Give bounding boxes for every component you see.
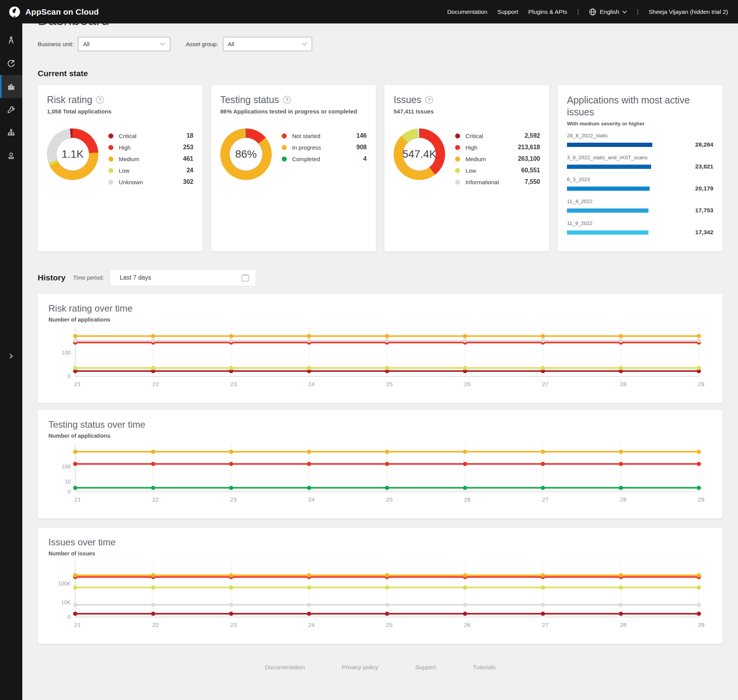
svg-text:22: 22 [152, 622, 159, 628]
svg-text:26: 26 [464, 496, 470, 503]
sidebar-item-tools[interactable] [0, 98, 22, 121]
issues-bar [567, 230, 648, 235]
donut-center-value: 547.4K [402, 148, 437, 160]
user-menu[interactable]: Sheeja Vijayan (hidden trial 2) [648, 8, 728, 15]
nav-documentation[interactable]: Documentation [447, 8, 487, 15]
person-icon [7, 151, 16, 160]
chart-title: Testing status over time [48, 419, 712, 430]
legend-label: High [119, 144, 183, 151]
application-issues-row[interactable]: 6_3_202320,179 [567, 177, 713, 192]
legend-dot [108, 145, 113, 150]
nav-plugins-apis[interactable]: Plugins & APIs [528, 8, 567, 15]
nav-support[interactable]: Support [497, 8, 518, 15]
application-issues-row[interactable]: 11_9_202217,342 [567, 220, 713, 236]
legend-label: Critical [119, 133, 186, 139]
svg-text:21: 21 [74, 381, 81, 387]
expand-sidebar-button[interactable] [0, 348, 22, 364]
sidebar-item-scans[interactable] [0, 52, 22, 75]
language-selector[interactable]: English [589, 8, 627, 16]
history-heading: History [38, 273, 65, 282]
legend-dot [108, 168, 113, 173]
svg-text:27: 27 [542, 622, 549, 628]
legend-row: Completed4 [282, 153, 367, 165]
business-unit-label: Business unit: [38, 41, 73, 47]
svg-text:10K: 10K [61, 600, 71, 606]
footer-link-support[interactable]: Support [415, 664, 436, 671]
donut-hole: 547.4K [403, 138, 436, 171]
legend-value: 4 [363, 155, 367, 162]
application-issues-row[interactable]: 3_8_2022_static_and_IAST_scans23,821 [567, 155, 713, 170]
legend-label: High [465, 144, 518, 151]
svg-text:29: 29 [698, 496, 705, 503]
application-issues-row[interactable]: 11_4_202217,753 [567, 198, 713, 214]
risk-rating-card: Risk rating ? 1,058 Total applications 1… [38, 85, 203, 252]
current-state-heading: Current state [38, 69, 723, 78]
asset-group-select[interactable]: All [223, 37, 312, 51]
risk-rating-subtitle: 1,058 Total applications [47, 108, 193, 115]
globe-icon [589, 8, 597, 16]
footer-link-privacy-policy[interactable]: Privacy policy [342, 664, 378, 671]
gauge-icon [7, 59, 16, 68]
svg-text:25: 25 [386, 496, 392, 503]
time-period-select[interactable]: Last 7 days [110, 269, 256, 286]
legend-dot [282, 133, 287, 138]
legend-value: 302 [183, 178, 193, 185]
legend-row: Informational7,550 [455, 176, 540, 188]
risk-rating-title: Risk rating [47, 94, 92, 105]
sidebar-item-account[interactable] [0, 144, 22, 167]
legend-row: Medium263,100 [455, 153, 540, 165]
legend-value: 908 [356, 144, 367, 151]
business-unit-select[interactable]: All [78, 37, 170, 51]
most-active-title: Applications with most active issues [567, 94, 713, 118]
legend-label: Low [465, 167, 521, 174]
svg-text:10: 10 [65, 479, 71, 485]
chevron-down-icon [160, 42, 165, 46]
testing-status-donut-chart: 86% [220, 128, 272, 180]
svg-text:25: 25 [386, 381, 392, 387]
svg-text:25: 25 [386, 622, 392, 628]
legend-value: 18 [186, 132, 193, 139]
brand[interactable]: AppScan on Cloud [8, 6, 99, 18]
divider: | [637, 8, 638, 16]
legend-dot [455, 133, 460, 138]
divider: | [577, 8, 579, 16]
svg-text:26: 26 [464, 381, 470, 387]
top-nav: Documentation Support Plugins & APIs | E… [447, 8, 730, 16]
sidebar-item-applications[interactable] [0, 29, 22, 52]
help-icon[interactable]: ? [96, 96, 104, 104]
footer-link-documentation[interactable]: Documentation [265, 664, 305, 671]
legend-label: Unknown [119, 179, 183, 185]
donut-center-value: 1.1K [62, 148, 84, 160]
chart-ylabel: Number of applications [48, 433, 712, 439]
legend-dot [108, 157, 113, 162]
footer-link-tutorials[interactable]: Tutorials [473, 664, 495, 671]
application-issues-row[interactable]: 28_8_2022_static28,284 [567, 133, 713, 148]
issues-bar [567, 187, 650, 191]
legend-value: 461 [183, 155, 193, 162]
application-name: 28_8_2022_static [567, 133, 713, 138]
legend-dot [455, 157, 460, 162]
svg-text:24: 24 [308, 622, 315, 628]
svg-text:24: 24 [308, 496, 315, 503]
most-active-subtitle: With medium severity or higher [567, 121, 713, 127]
legend-value: 213,618 [518, 144, 540, 151]
svg-text:100: 100 [62, 350, 71, 356]
svg-text:0: 0 [68, 373, 71, 379]
svg-text:100K: 100K [58, 580, 71, 587]
chevron-down-icon [622, 10, 627, 13]
calendar-icon [241, 273, 249, 282]
issues-line-chart: 212223242526272829100K10K0 [48, 560, 712, 635]
legend-dot [455, 180, 460, 185]
legend-label: Informational [465, 179, 525, 185]
svg-text:0: 0 [68, 614, 71, 620]
brand-title: AppScan on Cloud [25, 7, 99, 17]
svg-text:22: 22 [152, 496, 159, 503]
risk-rating-over-time-card: Risk rating over time Number of applicat… [38, 294, 723, 403]
legend-label: In progress [292, 144, 356, 151]
help-icon[interactable]: ? [283, 96, 291, 104]
sidebar-item-organization[interactable] [0, 121, 22, 144]
help-icon[interactable]: ? [425, 96, 433, 104]
legend-label: Completed [292, 156, 363, 162]
sidebar-item-dashboard[interactable] [0, 75, 22, 98]
issues-count: 20,179 [691, 185, 713, 192]
